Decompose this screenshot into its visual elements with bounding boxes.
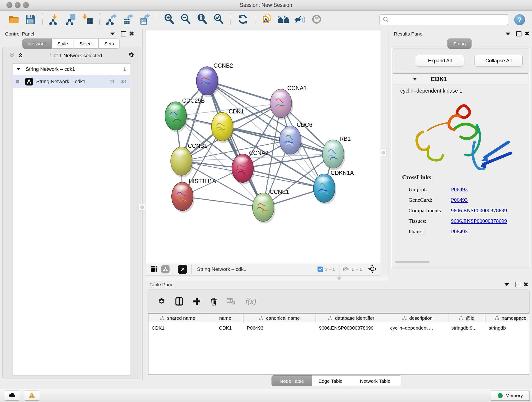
- zoom-in-button[interactable]: [163, 13, 176, 26]
- tab-style[interactable]: Style: [51, 38, 74, 49]
- birds-eye-view-icon[interactable]: [151, 265, 158, 273]
- network-node-ccne1[interactable]: CCNE1: [253, 189, 289, 223]
- attribute-icon: [160, 316, 165, 320]
- crosslink-value[interactable]: P06493: [451, 186, 468, 192]
- panel-menu-icon[interactable]: [505, 283, 509, 286]
- crosshair-icon[interactable]: [368, 264, 377, 274]
- float-panel-icon[interactable]: [516, 31, 521, 36]
- gear-icon[interactable]: [157, 297, 166, 306]
- table-cell[interactable]: cyclin–dependent ...: [387, 325, 448, 331]
- collection-expand-icon[interactable]: [17, 68, 20, 70]
- memory-button[interactable]: Memory: [491, 390, 530, 401]
- tab-network-table[interactable]: Network Table: [349, 375, 401, 386]
- column-header-description[interactable]: description: [387, 313, 448, 323]
- table-cell[interactable]: P06493: [244, 325, 316, 331]
- table-cell[interactable]: stringdb:9...: [448, 325, 486, 331]
- network-row[interactable]: String Network – cdk1 11 48: [13, 75, 130, 88]
- save-session-button[interactable]: [24, 13, 37, 26]
- tab-sets[interactable]: Sets: [99, 38, 120, 49]
- gear-icon[interactable]: [128, 52, 135, 60]
- float-panel-icon[interactable]: [515, 282, 520, 287]
- tab-node-table[interactable]: Node Table: [272, 375, 312, 386]
- table-cell[interactable]: CDK1: [148, 325, 207, 331]
- export-image-button[interactable]: [138, 13, 151, 26]
- panel-menu-icon[interactable]: [110, 32, 115, 35]
- network-node-cdc25b[interactable]: CDC25B: [165, 97, 205, 132]
- export-table-button[interactable]: [122, 13, 135, 26]
- column-header-canonical-name[interactable]: canonical name: [244, 313, 316, 323]
- table-cell[interactable]: CDK1: [207, 325, 244, 331]
- results-scrollbar-thumb[interactable]: [395, 261, 430, 263]
- crosslink-value[interactable]: 9606.ENSP00000378699: [451, 207, 507, 214]
- show-all-networks-button[interactable]: [277, 13, 290, 26]
- column-header-shared-name[interactable]: shared name: [148, 313, 207, 323]
- apply-layout-button[interactable]: [236, 13, 249, 26]
- expand-all-button[interactable]: Expand All: [416, 55, 464, 67]
- cloud-button[interactable]: [5, 390, 19, 401]
- panel-menu-icon[interactable]: [506, 32, 510, 35]
- network-canvas[interactable]: CCNB2CCNA1CDC25BCDK1CDC6RB1CCNB1CCNA2CDK…: [145, 30, 381, 263]
- zoom-fit-button[interactable]: [196, 13, 209, 26]
- tab-network[interactable]: Network: [22, 38, 51, 49]
- tab-string[interactable]: String: [447, 38, 472, 49]
- crosslink-label: GeneCard:: [402, 197, 451, 203]
- collapse-all-button[interactable]: Collapse All: [475, 55, 523, 67]
- network-edge[interactable]: [207, 81, 263, 207]
- column-header-name[interactable]: name: [207, 313, 244, 323]
- network-node-cdkn1a[interactable]: CDKN1A: [313, 170, 354, 204]
- show-columns-icon[interactable]: [175, 297, 184, 306]
- show-hidden-button[interactable]: [310, 13, 323, 26]
- open-session-button[interactable]: [7, 13, 20, 26]
- network-node-ccnb2[interactable]: CCNB2: [196, 62, 233, 97]
- import-network-button[interactable]: [48, 13, 61, 26]
- section-collapse-icon[interactable]: [413, 78, 417, 80]
- network-node-ccna1[interactable]: CCNA1: [270, 85, 307, 120]
- main-toolbar: ?: [0, 11, 532, 29]
- crosslink-value[interactable]: 9606.ENSP00000378699: [451, 218, 507, 224]
- network-list: String Network – cdk1 1 String Network –…: [13, 63, 130, 375]
- network-node-count: 11: [110, 79, 115, 85]
- column-header--id[interactable]: @id: [448, 313, 486, 323]
- close-panel-icon[interactable]: ✖: [129, 31, 134, 36]
- warnings-button[interactable]: [25, 390, 39, 401]
- left-splitter-handle[interactable]: [139, 204, 145, 211]
- network-node-hist1h1a[interactable]: HIST1H1A: [172, 178, 216, 213]
- zoom-selected-button[interactable]: [212, 13, 225, 26]
- table-cell[interactable]: stringdb: [486, 325, 529, 331]
- network-node-rb1[interactable]: RB1: [322, 135, 351, 170]
- crosslink-row: Uniprot:P06493: [402, 184, 521, 195]
- crosslink-value[interactable]: P06493: [451, 197, 468, 203]
- zoom-out-button[interactable]: [179, 13, 192, 26]
- node-label: RB1: [340, 135, 351, 142]
- tab-select[interactable]: Select: [74, 38, 99, 49]
- clone-network-button[interactable]: [261, 13, 273, 26]
- import-table-button[interactable]: [81, 13, 94, 26]
- external-link-icon[interactable]: [178, 265, 187, 274]
- table-row[interactable]: CDK1CDK1P064939606.ENSP00000378699cyclin…: [148, 323, 529, 333]
- expand-all-chevron-icon[interactable]: [17, 52, 24, 59]
- collapse-all-chevron-icon[interactable]: [8, 52, 15, 59]
- network-type-badge-icon[interactable]: [161, 265, 170, 274]
- help-button[interactable]: ?: [514, 14, 525, 25]
- right-splitter-handle[interactable]: [380, 149, 386, 156]
- float-panel-icon[interactable]: [121, 31, 126, 36]
- crosslink-value[interactable]: P06493: [451, 229, 468, 235]
- column-header-namespace[interactable]: namespace: [486, 313, 529, 323]
- network-node-cdk1[interactable]: CDK1: [211, 108, 244, 143]
- column-header-database-identifier[interactable]: database identifier: [316, 313, 387, 323]
- selected-checkbox-icon[interactable]: [317, 267, 323, 272]
- table-cell[interactable]: 9606.ENSP00000378699: [316, 325, 387, 331]
- add-column-icon[interactable]: [193, 297, 201, 306]
- delete-column-icon[interactable]: [210, 297, 217, 306]
- close-panel-icon[interactable]: ✖: [523, 282, 529, 287]
- network-collection-row[interactable]: String Network – cdk1 1: [13, 64, 130, 75]
- search-input[interactable]: [380, 14, 508, 25]
- zoom-fit-icon: [196, 13, 208, 26]
- tab-edge-table[interactable]: Edge Table: [312, 375, 349, 386]
- close-panel-icon[interactable]: ✖: [525, 31, 530, 36]
- hide-selected-button[interactable]: [294, 13, 307, 26]
- import-network-from-database-button[interactable]: [65, 13, 77, 26]
- export-network-button[interactable]: [105, 13, 118, 26]
- gene-section-header[interactable]: CDK1: [393, 74, 528, 85]
- network-type-icon: [25, 78, 33, 85]
